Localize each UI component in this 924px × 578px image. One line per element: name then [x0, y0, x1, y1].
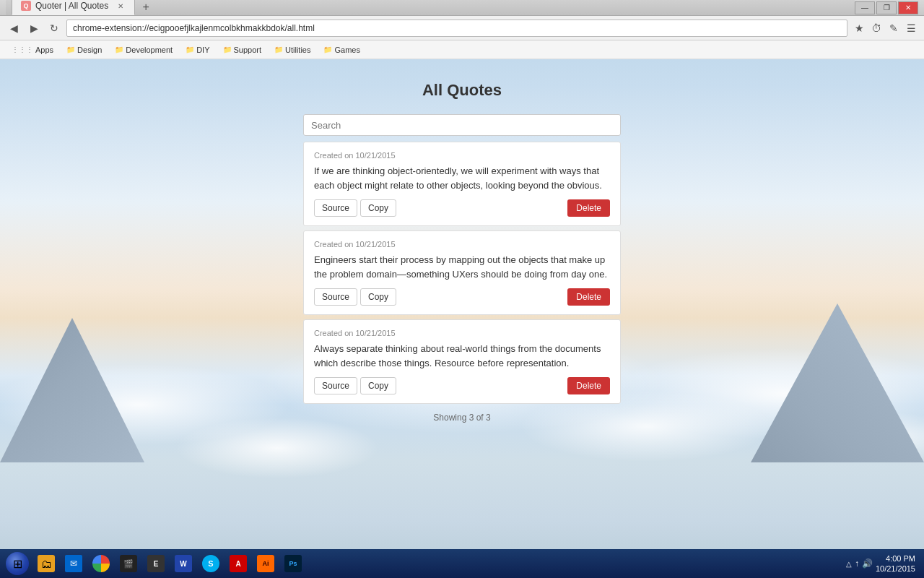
bookmark-development-label: Development: [126, 46, 173, 54]
clock-date: 10/21/2015: [876, 564, 915, 574]
quote-text-2: Engineers start their process by mapping…: [314, 253, 610, 281]
bookmark-games-label: Games: [334, 46, 359, 54]
folder-icon-2: 📁: [115, 46, 123, 53]
edit-icon[interactable]: ✎: [886, 21, 901, 35]
apps-icon: ⋮⋮⋮: [12, 46, 33, 53]
outlook-icon: ✉: [65, 555, 82, 572]
refresh-button[interactable]: ↻: [46, 20, 62, 36]
taskbar-app6[interactable]: W: [170, 551, 196, 577]
bookmark-utilities[interactable]: 📁 Utilities: [269, 43, 316, 57]
acrobat-icon: A: [230, 555, 247, 572]
source-button-2[interactable]: Source: [314, 288, 357, 306]
source-button-3[interactable]: Source: [314, 377, 357, 394]
quote-card-3: Created on 10/21/2015 Always separate th…: [303, 319, 621, 404]
folder-icon-5: 📁: [274, 46, 283, 53]
illustrator-icon: Ai: [257, 555, 274, 572]
quotes-container: Created on 10/21/2015 If we are thinking…: [303, 114, 621, 423]
bookmark-games[interactable]: 📁 Games: [318, 43, 365, 57]
new-tab-button[interactable]: +: [138, 0, 154, 15]
photoshop-icon: Ps: [284, 555, 302, 572]
taskbar-app4[interactable]: 🎬: [116, 551, 141, 577]
quote-date-2: Created on 10/21/2015: [314, 240, 610, 249]
start-orb: ⊞: [6, 552, 29, 575]
search-input[interactable]: [303, 114, 621, 136]
clock-time: 4:00 PM: [886, 553, 915, 564]
tab-close-button[interactable]: ✕: [116, 1, 126, 11]
tray-network-icon: ↑: [855, 558, 859, 569]
back-button[interactable]: ◀: [6, 20, 22, 36]
bookmark-utilities-label: Utilities: [285, 46, 310, 54]
tab-title: Quoter | All Quotes: [35, 1, 108, 11]
restore-button[interactable]: ❐: [876, 1, 897, 14]
taskbar-tray: △ ↑ 🔊 4:00 PM 10/21/2015: [846, 553, 921, 574]
address-input[interactable]: [66, 20, 847, 37]
taskbar-photoshop[interactable]: Ps: [280, 551, 306, 577]
quote-actions-2: Source Copy Delete: [314, 288, 610, 306]
taskbar-outlook[interactable]: ✉: [61, 551, 87, 577]
history-icon[interactable]: ⏱: [869, 21, 884, 35]
page-title: All Quotes: [422, 81, 502, 100]
app6-icon: W: [175, 555, 192, 572]
bookmark-diy-label: DIY: [196, 46, 209, 54]
quote-actions-1: Source Copy Delete: [314, 199, 610, 217]
minimize-button[interactable]: —: [855, 1, 875, 14]
quote-actions-3: Source Copy Delete: [314, 377, 610, 394]
bookmark-apps[interactable]: ⋮⋮⋮ Apps: [6, 43, 59, 57]
window-controls: — ❐ ✕: [855, 1, 918, 14]
taskbar-illustrator[interactable]: Ai: [253, 551, 279, 577]
folder-icon: 📁: [66, 46, 75, 53]
quote-text-1: If we are thinking object-orientedly, we…: [314, 164, 610, 192]
folder-icon-4: 📁: [223, 46, 232, 53]
copy-button-1[interactable]: Copy: [360, 199, 396, 217]
quote-date-1: Created on 10/21/2015: [314, 151, 610, 160]
tray-up-icon[interactable]: △: [846, 560, 852, 568]
bookmark-star-icon[interactable]: ★: [852, 21, 866, 35]
taskbar-app5[interactable]: E: [143, 551, 169, 577]
folder-icon-3: 📁: [186, 46, 194, 53]
tab-bar: Q Quoter | All Quotes ✕ +: [6, 0, 855, 15]
page-content: All Quotes Created on 10/21/2015 If we a…: [0, 59, 924, 444]
browser-chrome: Q Quoter | All Quotes ✕ + — ❐ ✕ ◀ ▶ ↻ ★ …: [0, 0, 924, 59]
taskbar-chrome[interactable]: [88, 551, 114, 577]
bookmark-apps-label: Apps: [35, 46, 53, 54]
delete-button-1[interactable]: Delete: [567, 199, 610, 217]
app5-icon: E: [147, 555, 165, 572]
taskbar: ⊞ 🗂 ✉ 🎬 E W S A Ai Ps △ ↑ 🔊 4:00 PM 10/2…: [0, 549, 924, 578]
copy-button-2[interactable]: Copy: [360, 288, 396, 306]
bookmark-support[interactable]: 📁 Support: [217, 43, 268, 57]
showing-count: Showing 3 of 3: [303, 413, 621, 423]
chrome-icon: [92, 555, 110, 572]
tray-volume-icon[interactable]: 🔊: [862, 558, 873, 569]
quote-card-1: Created on 10/21/2015 If we are thinking…: [303, 142, 621, 226]
forward-button[interactable]: ▶: [26, 20, 42, 36]
taskbar-skype[interactable]: S: [198, 551, 224, 577]
bookmark-development[interactable]: 📁 Development: [109, 43, 178, 57]
quote-text-3: Always separate thinking about real-worl…: [314, 342, 610, 370]
tab-favicon: Q: [21, 1, 31, 11]
menu-icon[interactable]: ☰: [904, 21, 918, 35]
title-bar: Q Quoter | All Quotes ✕ + — ❐ ✕: [0, 0, 924, 16]
source-button-1[interactable]: Source: [314, 199, 357, 217]
quote-date-3: Created on 10/21/2015: [314, 329, 610, 337]
bookmark-support-label: Support: [234, 46, 262, 54]
close-button[interactable]: ✕: [898, 1, 918, 14]
address-icons: ★ ⏱ ✎ ☰: [852, 21, 918, 35]
bookmark-design-label: Design: [77, 46, 102, 54]
quote-card-2: Created on 10/21/2015 Engineers start th…: [303, 230, 621, 315]
file-explorer-icon: 🗂: [38, 555, 55, 572]
copy-button-3[interactable]: Copy: [360, 377, 396, 394]
system-clock[interactable]: 4:00 PM 10/21/2015: [876, 553, 915, 574]
taskbar-acrobat[interactable]: A: [225, 551, 251, 577]
start-button[interactable]: ⊞: [3, 551, 32, 577]
bookmarks-bar: ⋮⋮⋮ Apps 📁 Design 📁 Development 📁 DIY 📁 …: [0, 40, 924, 59]
active-tab[interactable]: Q Quoter | All Quotes ✕: [12, 0, 135, 15]
address-bar: ◀ ▶ ↻ ★ ⏱ ✎ ☰: [0, 16, 924, 40]
bookmark-design[interactable]: 📁 Design: [61, 43, 108, 57]
bookmark-diy[interactable]: 📁 DIY: [180, 43, 215, 57]
search-wrapper: [303, 114, 621, 136]
delete-button-3[interactable]: Delete: [567, 377, 610, 394]
skype-icon: S: [202, 555, 219, 572]
app4-icon: 🎬: [120, 555, 137, 572]
delete-button-2[interactable]: Delete: [567, 288, 610, 306]
taskbar-file-explorer[interactable]: 🗂: [33, 551, 59, 577]
